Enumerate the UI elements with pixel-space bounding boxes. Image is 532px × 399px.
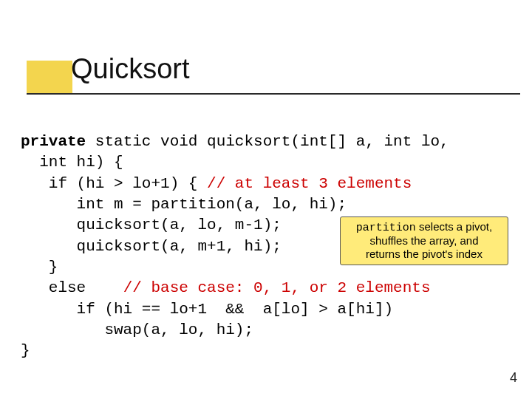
code-line: private static void quicksort(int[] a, i… — [21, 132, 511, 152]
title-bar: Quicksort — [0, 53, 532, 98]
code-line: if (hi > lo+1) { // at least 3 elements — [21, 174, 511, 194]
comment: // base case: 0, 1, or 2 elements — [123, 279, 431, 296]
code-line: int m = partition(a, lo, hi); — [21, 194, 511, 215]
callout-mono-word: partition — [356, 222, 416, 234]
accent-square-icon — [27, 61, 72, 93]
slide-title: Quicksort — [71, 53, 189, 85]
callout-text: selects a pivot, — [416, 220, 492, 233]
keyword-private: private — [21, 133, 86, 150]
callout-box: partition selects a pivot, shuffles the … — [340, 216, 508, 265]
title-underline — [27, 93, 520, 95]
comment: // at least 3 elements — [207, 175, 412, 192]
code-line: swap(a, lo, hi); — [21, 320, 511, 341]
callout-text: shuffles the array, and — [369, 234, 478, 247]
callout-text: returns the pivot's index — [366, 248, 482, 260]
code-text: if (hi > lo+1) { — [21, 175, 207, 192]
code-line: else // base case: 0, 1, or 2 elements — [21, 278, 511, 299]
code-text: static void quicksort(int[] a, int lo, — [86, 133, 449, 150]
code-line: } — [21, 341, 511, 361]
code-text: else — [21, 279, 123, 296]
code-line: if (hi == lo+1 && a[lo] > a[hi]) — [21, 299, 511, 320]
slide: Quicksort private static void quicksort(… — [0, 0, 532, 399]
slide-number: 4 — [510, 370, 517, 386]
code-line: int hi) { — [21, 152, 511, 173]
